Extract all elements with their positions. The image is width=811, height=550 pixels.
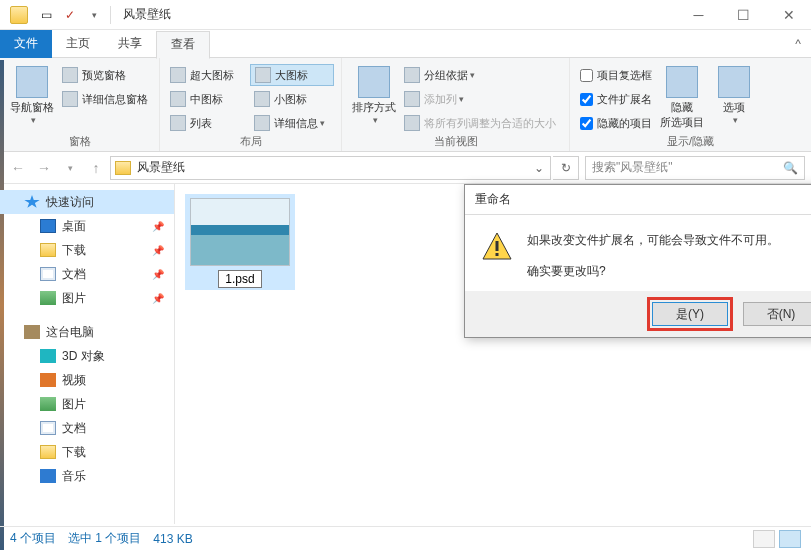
title-bar: ▭ ✓ ▾ 风景壁纸 ─ ☐ ✕ [0,0,811,30]
status-bar: 4 个项目 选中 1 个项目 413 KB [0,526,811,550]
forward-button[interactable]: → [32,156,56,180]
sidebar-documents[interactable]: 文档📌 [0,262,174,286]
window-icon [10,6,28,24]
navigation-pane: 快速访问 桌面📌 下载📌 文档📌 图片📌 这台电脑 3D 对象 视频 图片 文档… [0,184,175,524]
no-button[interactable]: 否(N) [743,302,811,326]
details-view-button[interactable] [753,530,775,548]
rename-dialog: 重命名 如果改变文件扩展名，可能会导致文件不可用。 确实要更改吗? 是(Y) 否… [464,184,811,338]
sidebar-pictures-pc[interactable]: 图片 [0,392,174,416]
ribbon-collapse-button[interactable]: ^ [795,37,811,51]
sidebar-desktop[interactable]: 桌面📌 [0,214,174,238]
window-title: 风景壁纸 [123,6,171,23]
tab-share[interactable]: 共享 [104,30,156,58]
sidebar-videos[interactable]: 视频 [0,368,174,392]
layout-list[interactable]: 列表 [166,112,250,134]
layout-medium[interactable]: 中图标 [166,88,250,110]
back-button[interactable]: ← [6,156,30,180]
refresh-button[interactable]: ↻ [553,156,579,180]
address-dropdown-icon[interactable]: ⌄ [528,161,550,175]
pin-icon: 📌 [152,269,164,280]
sidebar-music[interactable]: 音乐 [0,464,174,488]
group-currentview-label: 当前视图 [342,134,569,149]
sidebar-downloads-pc[interactable]: 下载 [0,440,174,464]
file-list[interactable]: 1.psd 重命名 如果改变文件扩展名，可能会导致文件不可用。 确实要更改吗? [175,184,811,524]
dialog-message-1: 如果改变文件扩展名，可能会导致文件不可用。 [527,231,779,250]
layout-large[interactable]: 大图标 [250,64,334,86]
maximize-button[interactable]: ☐ [721,0,766,30]
status-selected: 选中 1 个项目 [68,530,141,547]
thumbnails-view-button[interactable] [779,530,801,548]
group-layout-label: 布局 [160,134,341,149]
sidebar-3d-objects[interactable]: 3D 对象 [0,344,174,368]
search-icon: 🔍 [783,161,798,175]
tab-file[interactable]: 文件 [0,30,52,58]
qat-check[interactable]: ✓ [58,4,82,26]
layout-small[interactable]: 小图标 [250,88,334,110]
tab-home[interactable]: 主页 [52,30,104,58]
main-area: 快速访问 桌面📌 下载📌 文档📌 图片📌 这台电脑 3D 对象 视频 图片 文档… [0,184,811,524]
qat-dropdown[interactable]: ▾ [82,4,106,26]
fit-columns-button[interactable]: 将所有列调整为合适的大小 [400,112,560,134]
recent-button[interactable]: ▾ [58,156,82,180]
sidebar-downloads[interactable]: 下载📌 [0,238,174,262]
address-bar: ← → ▾ ↑ 风景壁纸 ⌄ ↻ 搜索"风景壁纸" 🔍 [0,152,811,184]
details-pane-button[interactable]: 详细信息窗格 [58,88,152,110]
pin-icon: 📌 [152,221,164,232]
layout-xlarge[interactable]: 超大图标 [166,64,250,86]
search-box[interactable]: 搜索"风景壁纸" 🔍 [585,156,805,180]
hidden-items-toggle[interactable]: 隐藏的项目 [576,112,656,134]
sidebar-pictures[interactable]: 图片📌 [0,286,174,310]
file-item-1[interactable]: 1.psd [185,194,295,290]
close-button[interactable]: ✕ [766,0,811,30]
tab-view[interactable]: 查看 [156,31,210,59]
group-panes-label: 窗格 [0,134,159,149]
address-field[interactable]: 风景壁纸 ⌄ [110,156,551,180]
search-placeholder: 搜索"风景壁纸" [592,159,673,176]
folder-icon [115,161,131,175]
add-columns-button[interactable]: 添加列▾ [400,88,560,110]
file-extensions-toggle[interactable]: 文件扩展名 [576,88,656,110]
layout-details[interactable]: 详细信息▾ [250,112,334,134]
file-thumbnail [190,198,290,266]
file-name-editing[interactable]: 1.psd [218,270,261,288]
svg-rect-1 [496,241,499,251]
dialog-message-2: 确实要更改吗? [527,262,779,281]
group-by-button[interactable]: 分组依据▾ [400,64,560,86]
status-item-count: 4 个项目 [10,530,56,547]
sidebar-this-pc[interactable]: 这台电脑 [0,320,174,344]
yes-button[interactable]: 是(Y) [652,302,728,326]
item-checkboxes-toggle[interactable]: 项目复选框 [576,64,656,86]
dialog-title: 重命名 [465,185,811,215]
highlight-annotation: 是(Y) [647,297,733,331]
pin-icon: 📌 [152,245,164,256]
qat-properties[interactable]: ▭ [34,4,58,26]
sidebar-documents-pc[interactable]: 文档 [0,416,174,440]
warning-icon [481,231,513,263]
status-size: 413 KB [153,532,192,546]
ribbon: 导航窗格▾ 预览窗格 详细信息窗格 窗格 超大图标 中图标 列表 大图标 小图标… [0,58,811,152]
address-text: 风景壁纸 [137,159,185,176]
sidebar-quick-access[interactable]: 快速访问 [0,190,174,214]
minimize-button[interactable]: ─ [676,0,721,30]
ribbon-tabs: 文件 主页 共享 查看 ^ [0,30,811,58]
up-button[interactable]: ↑ [84,156,108,180]
svg-rect-2 [496,253,499,256]
preview-pane-button[interactable]: 预览窗格 [58,64,152,86]
group-showhide-label: 显示/隐藏 [570,134,811,149]
pin-icon: 📌 [152,293,164,304]
